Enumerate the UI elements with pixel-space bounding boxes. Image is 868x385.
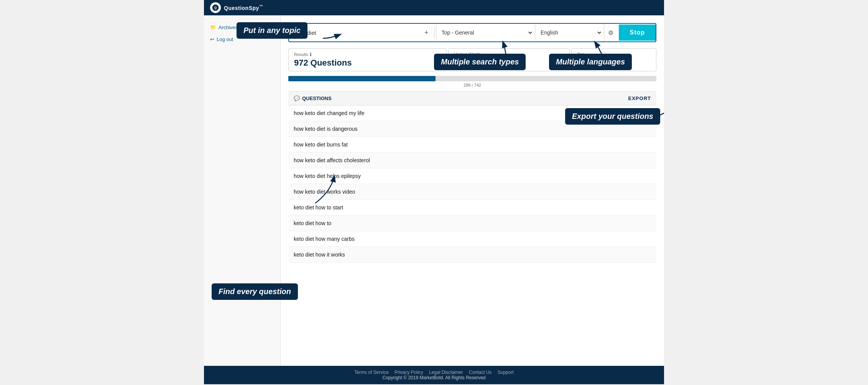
list-item[interactable]: keto diet how many carbs	[288, 231, 656, 247]
footer-link-contact[interactable]: Contact Us	[469, 370, 492, 375]
questions-header: 💬 QUESTIONS EXPORT	[288, 91, 656, 105]
questions-title: 💬 QUESTIONS	[294, 95, 332, 101]
settings-button[interactable]: ⚙	[604, 24, 617, 41]
list-item[interactable]: how keto diet changed my life	[288, 105, 656, 121]
questions-section: 💬 QUESTIONS EXPORT how keto diet changed…	[288, 91, 656, 263]
top-label: Top	[577, 52, 651, 56]
results-stat-box: Results ℹ 972 Questions	[288, 48, 447, 71]
list-item[interactable]: how keto diet affects cholesterol	[288, 153, 656, 168]
logo-text: QuestionSpy™	[224, 4, 263, 11]
results-label: Results ℹ	[294, 52, 441, 57]
sidebar-item-logout[interactable]: ↩ Log out	[204, 33, 280, 45]
top-value: 1	[577, 57, 651, 67]
progress-bar	[288, 76, 436, 81]
questions-list: how keto diet changed my life how keto d…	[288, 105, 656, 263]
list-item[interactable]: how keto diet is dangerous	[288, 121, 656, 137]
search-bar: + Top - General How What Why Where Which…	[288, 23, 656, 42]
search-type-select[interactable]: Top - General How What Why Where Which W…	[436, 25, 533, 41]
unique-words-label: Unique Words	[454, 52, 564, 56]
unique-words-value: 1	[454, 57, 564, 67]
unique-words-stat-box: Unique Words 1	[448, 48, 570, 71]
content-area: + Top - General How What Why Where Which…	[281, 15, 664, 366]
results-value: 972 Questions	[294, 58, 441, 68]
list-item[interactable]: keto diet how to start	[288, 200, 656, 216]
stop-button[interactable]: Stop	[619, 25, 656, 41]
gear-icon: ⚙	[608, 29, 613, 36]
footer-link-support[interactable]: Support	[498, 370, 514, 375]
sidebar-item-archives[interactable]: 📁 Archives	[204, 21, 280, 33]
archives-label: Archives	[219, 25, 238, 30]
list-item[interactable]: keto diet how to	[288, 216, 656, 231]
search-input[interactable]	[289, 25, 419, 41]
footer-link-legal[interactable]: Legal Disclaimer	[429, 370, 463, 375]
stats-row: Results ℹ 972 Questions Unique Words 1 T…	[288, 48, 656, 71]
add-topic-button[interactable]: +	[421, 29, 432, 37]
sidebar: 📁 Archives ↩ Log out	[204, 15, 281, 366]
list-item[interactable]: keto diet how it works	[288, 247, 656, 263]
main-layout: 📁 Archives ↩ Log out + Top - General How…	[204, 15, 664, 366]
list-item[interactable]: how keto diet burns fat	[288, 137, 656, 153]
page-wrapper: Q QuestionSpy™ 📁 Archives ↩ Log out	[204, 0, 664, 384]
logo-area: Q QuestionSpy™	[210, 2, 263, 13]
footer-link-terms[interactable]: Terms of Service	[354, 370, 388, 375]
folder-icon: 📁	[210, 25, 216, 30]
top-nav: Q QuestionSpy™	[204, 0, 664, 15]
progress-text: 299 / 742	[288, 83, 656, 87]
language-select[interactable]: English Spanish French German Italian	[535, 25, 603, 41]
svg-text:Q: Q	[214, 6, 217, 10]
footer: Terms of Service Privacy Policy Legal Di…	[204, 366, 664, 384]
list-item[interactable]: how keto diet helps epilepsy	[288, 168, 656, 184]
divider	[434, 27, 434, 38]
footer-link-privacy[interactable]: Privacy Policy	[395, 370, 423, 375]
footer-links: Terms of Service Privacy Policy Legal Di…	[208, 370, 660, 375]
results-info-icon: ℹ	[310, 52, 312, 57]
footer-copyright: Copyright © 2019 MarketBold. All Rights …	[208, 375, 660, 380]
chat-icon: 💬	[294, 95, 300, 101]
list-item[interactable]: how keto diet works video	[288, 184, 656, 200]
progress-container	[288, 76, 656, 81]
top-stat-box: Top 1	[571, 48, 656, 71]
logout-label: Log out	[217, 36, 233, 42]
logo-icon: Q	[210, 2, 221, 13]
logout-icon: ↩	[210, 36, 214, 42]
export-button[interactable]: EXPORT	[628, 95, 651, 101]
